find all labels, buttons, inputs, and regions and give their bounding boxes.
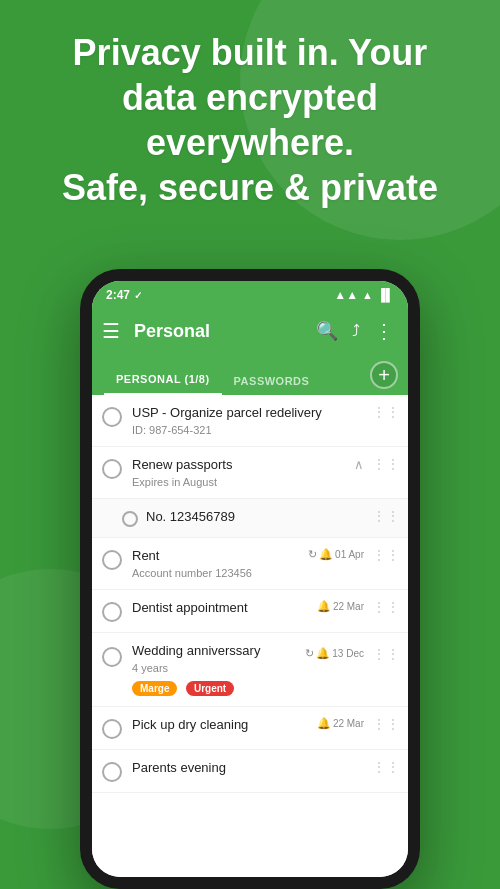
list-item: Parents evening ⋮⋮ — [92, 750, 408, 793]
item-right: ∧ ⋮⋮ — [354, 457, 400, 472]
alarm-icon: 🔔 — [319, 548, 333, 561]
tab-passwords[interactable]: PASSWORDS — [222, 367, 322, 395]
tag-urgent: Urgent — [186, 681, 234, 696]
battery-icon: ▐▌ — [377, 288, 394, 302]
phone-screen: 2:47 ✓ ▲▲ ▲ ▐▌ ☰ Personal 🔍 ⤴ ⋮ — [92, 281, 408, 877]
list-item: Renew passports Expires in August ∧ ⋮⋮ — [92, 447, 408, 499]
phone-outer: 2:47 ✓ ▲▲ ▲ ▐▌ ☰ Personal 🔍 ⤴ ⋮ — [80, 269, 420, 889]
list-item: Rent Account number 123456 ↻ 🔔 01 Apr ⋮⋮ — [92, 538, 408, 590]
drag-handle-icon: ⋮⋮ — [372, 405, 400, 419]
menu-icon[interactable]: ☰ — [102, 319, 120, 343]
item-date: ↻ 🔔 01 Apr — [308, 548, 364, 561]
alarm-icon: 🔔 — [317, 717, 331, 730]
item-subtitle: 4 years — [132, 662, 299, 674]
item-right: 🔔 22 Mar ⋮⋮ — [317, 600, 400, 614]
collapse-icon[interactable]: ∧ — [354, 457, 364, 472]
item-checkbox[interactable] — [102, 459, 122, 479]
drag-handle-icon: ⋮⋮ — [372, 457, 400, 471]
app-toolbar: ☰ Personal 🔍 ⤴ ⋮ — [92, 307, 408, 355]
check-icon: ✓ — [134, 290, 142, 301]
repeat-icon: ↻ — [305, 647, 314, 660]
item-content: USP - Organize parcel redelivery ID: 987… — [132, 405, 362, 436]
item-right: ↻ 🔔 01 Apr ⋮⋮ — [308, 548, 400, 562]
list-item: Pick up dry cleaning 🔔 22 Mar ⋮⋮ — [92, 707, 408, 750]
list-item: Dentist appointment 🔔 22 Mar ⋮⋮ — [92, 590, 408, 633]
item-checkbox[interactable] — [102, 762, 122, 782]
drag-handle-icon: ⋮⋮ — [372, 760, 400, 774]
item-checkbox[interactable] — [102, 647, 122, 667]
tag-marge: Marge — [132, 681, 177, 696]
item-content: Renew passports Expires in August — [132, 457, 348, 488]
sub-item-checkbox[interactable] — [122, 511, 138, 527]
item-subtitle: ID: 987-654-321 — [132, 424, 362, 436]
item-content: Wedding anniverssary 4 years Marge Urgen… — [132, 643, 299, 696]
item-date: ↻ 🔔 13 Dec — [305, 647, 364, 660]
status-time: 2:47 ✓ — [106, 288, 142, 302]
hero-title: Privacy built in. Yourdata encryptedever… — [20, 30, 480, 210]
drag-handle-icon: ⋮⋮ — [372, 600, 400, 614]
add-tab-button[interactable]: + — [370, 361, 398, 389]
item-title: No. 123456789 — [146, 509, 362, 526]
item-content: Pick up dry cleaning — [132, 717, 311, 734]
drag-handle-icon: ⋮⋮ — [372, 509, 400, 523]
item-title: Parents evening — [132, 760, 362, 777]
status-icons: ▲▲ ▲ ▐▌ — [334, 288, 394, 302]
item-checkbox[interactable] — [102, 602, 122, 622]
signal-icon: ▲▲ — [334, 288, 358, 302]
item-title: Wedding anniverssary — [132, 643, 299, 660]
item-subtitle: Account number 123456 — [132, 567, 302, 579]
item-title: Dentist appointment — [132, 600, 311, 617]
tab-bar: PERSONAL (1/8) PASSWORDS + — [92, 355, 408, 395]
item-right: 🔔 22 Mar ⋮⋮ — [317, 717, 400, 731]
list-sub-item: No. 123456789 ⋮⋮ — [92, 499, 408, 538]
item-right: ⋮⋮ — [368, 509, 400, 523]
item-date: 🔔 22 Mar — [317, 600, 364, 613]
list-item: Wedding anniverssary 4 years Marge Urgen… — [92, 633, 408, 707]
item-title: Rent — [132, 548, 302, 565]
alarm-icon: 🔔 — [316, 647, 330, 660]
drag-handle-icon: ⋮⋮ — [372, 647, 400, 661]
item-checkbox[interactable] — [102, 719, 122, 739]
share-icon[interactable]: ⤴ — [348, 318, 364, 344]
item-right: ⋮⋮ — [368, 760, 400, 774]
item-content: Parents evening — [132, 760, 362, 777]
item-content: Dentist appointment — [132, 600, 311, 617]
item-content: No. 123456789 — [146, 509, 362, 526]
item-tags: Marge Urgent — [132, 678, 299, 696]
item-content: Rent Account number 123456 — [132, 548, 302, 579]
item-title: USP - Organize parcel redelivery — [132, 405, 362, 422]
wifi-icon: ▲ — [362, 289, 373, 301]
alarm-icon: 🔔 — [317, 600, 331, 613]
tab-personal[interactable]: PERSONAL (1/8) — [104, 365, 222, 395]
item-subtitle: Expires in August — [132, 476, 348, 488]
item-right: ⋮⋮ — [368, 405, 400, 419]
time-display: 2:47 — [106, 288, 130, 302]
status-bar: 2:47 ✓ ▲▲ ▲ ▐▌ — [92, 281, 408, 307]
drag-handle-icon: ⋮⋮ — [372, 717, 400, 731]
task-list: USP - Organize parcel redelivery ID: 987… — [92, 395, 408, 877]
hero-section: Privacy built in. Yourdata encryptedever… — [0, 30, 500, 210]
more-icon[interactable]: ⋮ — [370, 315, 398, 347]
phone-mockup: 2:47 ✓ ▲▲ ▲ ▐▌ ☰ Personal 🔍 ⤴ ⋮ — [80, 269, 420, 889]
item-checkbox[interactable] — [102, 550, 122, 570]
search-icon[interactable]: 🔍 — [312, 316, 342, 346]
item-checkbox[interactable] — [102, 407, 122, 427]
item-date: 🔔 22 Mar — [317, 717, 364, 730]
item-title: Renew passports — [132, 457, 348, 474]
repeat-icon: ↻ — [308, 548, 317, 561]
item-title: Pick up dry cleaning — [132, 717, 311, 734]
item-right: ↻ 🔔 13 Dec ⋮⋮ — [305, 647, 400, 661]
drag-handle-icon: ⋮⋮ — [372, 548, 400, 562]
toolbar-actions: 🔍 ⤴ ⋮ — [312, 315, 398, 347]
list-item: USP - Organize parcel redelivery ID: 987… — [92, 395, 408, 447]
toolbar-title: Personal — [134, 321, 312, 342]
